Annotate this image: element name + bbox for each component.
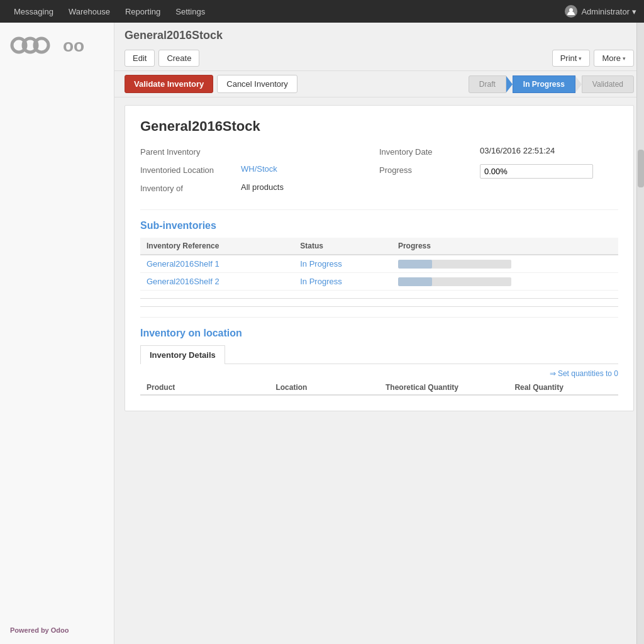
- workflow-bar: Validate Inventory Cancel Inventory Draf…: [114, 71, 644, 97]
- progress-field: Progress: [379, 163, 618, 180]
- inventory-on-location-title: Inventory on location: [140, 317, 618, 339]
- sub-inventories-title: Sub-inventories: [140, 209, 618, 231]
- powered-by: Powered by Odoo: [10, 626, 69, 634]
- row2-progress: [392, 273, 618, 291]
- form-card: General2016Stock Parent Inventory Invent…: [125, 105, 634, 411]
- parent-inventory-label: Parent Inventory: [140, 146, 241, 157]
- nav-messaging[interactable]: Messaging: [8, 3, 60, 20]
- row1-progress-fill: [398, 260, 432, 269]
- parent-inventory-field: Parent Inventory: [140, 145, 379, 158]
- admin-button[interactable]: Administrator ▾: [581, 7, 636, 16]
- admin-area: Administrator ▾: [565, 5, 636, 18]
- sidebar: oo Powered by Odoo: [0, 23, 114, 644]
- loc-col-theoretical: Theoretical Quantity: [379, 383, 508, 392]
- top-navigation: Messaging Warehouse Reporting Settings A…: [0, 0, 644, 23]
- section-divider-2: [140, 306, 618, 307]
- form-fields: Parent Inventory Inventoried Location WH…: [140, 145, 618, 199]
- row2-progress-bar: [398, 277, 511, 286]
- print-caret: ▾: [579, 55, 582, 62]
- odoo-logo: oo: [10, 33, 101, 58]
- inventoried-location-field: Inventoried Location WH/Stock: [140, 163, 379, 176]
- inventory-date-value: 03/16/2016 22:51:24: [480, 146, 555, 155]
- cancel-inventory-button[interactable]: Cancel Inventory: [217, 75, 297, 93]
- print-button[interactable]: Print ▾: [552, 50, 591, 67]
- validate-inventory-button[interactable]: Validate Inventory: [125, 75, 213, 93]
- tab-inventory-details[interactable]: Inventory Details: [140, 345, 225, 364]
- inventory-date-label: Inventory Date: [379, 146, 480, 157]
- loc-col-real: Real Quantity: [508, 383, 618, 392]
- action-bar: Edit Create Print ▾ More ▾: [114, 47, 644, 71]
- tab-bar: Inventory Details: [140, 345, 618, 364]
- scrollbar[interactable]: [636, 23, 644, 644]
- set-quantities-link[interactable]: ⇒ Set quantities to 0: [140, 369, 618, 378]
- section-divider-1: [140, 298, 618, 299]
- table-header-row: Inventory Reference Status Progress: [140, 238, 618, 255]
- row2-reference: General2016Shelf 2: [140, 273, 294, 291]
- col-inventory-reference: Inventory Reference: [140, 238, 294, 255]
- create-button[interactable]: Create: [158, 50, 199, 67]
- form-right-col: Inventory Date 03/16/2016 22:51:24 Progr…: [379, 145, 618, 199]
- nav-settings[interactable]: Settings: [169, 3, 211, 20]
- form-left-col: Parent Inventory Inventoried Location WH…: [140, 145, 379, 199]
- nav-reporting[interactable]: Reporting: [119, 3, 167, 20]
- row2-progress-fill: [398, 277, 432, 286]
- progress-input[interactable]: [480, 164, 593, 179]
- row1-status: In Progress: [294, 255, 392, 273]
- status-validated[interactable]: Validated: [582, 75, 634, 93]
- admin-avatar: [565, 5, 577, 18]
- form-title: General2016Stock: [140, 118, 618, 135]
- page-title-bar: General2016Stock: [114, 23, 644, 42]
- main-content: General2016Stock Edit Create Print ▾ Mor…: [114, 23, 644, 644]
- status-arrow-2: [575, 76, 582, 92]
- progress-label: Progress: [379, 164, 480, 175]
- inventoried-location-label: Inventoried Location: [140, 164, 241, 175]
- nav-menu: Messaging Warehouse Reporting Settings: [8, 3, 211, 20]
- col-status: Status: [294, 238, 392, 255]
- edit-button[interactable]: Edit: [125, 50, 155, 67]
- row2-status: In Progress: [294, 273, 392, 291]
- row1-progress: [392, 255, 618, 273]
- more-button[interactable]: More ▾: [594, 50, 634, 67]
- nav-warehouse[interactable]: Warehouse: [62, 3, 116, 20]
- sub-inventories-table: Inventory Reference Status Progress Gene…: [140, 238, 618, 291]
- row1-reference-link[interactable]: General2016Shelf 1: [147, 259, 219, 269]
- loc-col-product: Product: [140, 383, 269, 392]
- status-arrow-1: [506, 76, 513, 92]
- status-inprogress[interactable]: In Progress: [513, 75, 575, 93]
- status-draft[interactable]: Draft: [469, 75, 506, 93]
- row2-reference-link[interactable]: General2016Shelf 2: [147, 277, 219, 286]
- table-row: General2016Shelf 1 In Progress: [140, 255, 618, 273]
- more-caret: ▾: [623, 55, 626, 62]
- inventory-date-field: Inventory Date 03/16/2016 22:51:24: [379, 145, 618, 158]
- location-table-header: Product Location Theoretical Quantity Re…: [140, 383, 618, 396]
- table-row: General2016Shelf 2 In Progress: [140, 273, 618, 291]
- row1-reference: General2016Shelf 1: [140, 255, 294, 273]
- svg-text:oo: oo: [63, 36, 84, 55]
- page-title: General2016Stock: [125, 29, 634, 42]
- workflow-status: Draft In Progress Validated: [469, 75, 634, 93]
- inventory-of-label: Inventory of: [140, 182, 241, 193]
- row1-progress-bar: [398, 260, 511, 269]
- inventoried-location-value[interactable]: WH/Stock: [241, 164, 277, 174]
- scrollbar-thumb[interactable]: [638, 150, 644, 187]
- col-progress: Progress: [392, 238, 618, 255]
- loc-col-location: Location: [269, 383, 379, 392]
- inventory-of-value: All products: [241, 182, 284, 192]
- inventory-of-field: Inventory of All products: [140, 181, 379, 194]
